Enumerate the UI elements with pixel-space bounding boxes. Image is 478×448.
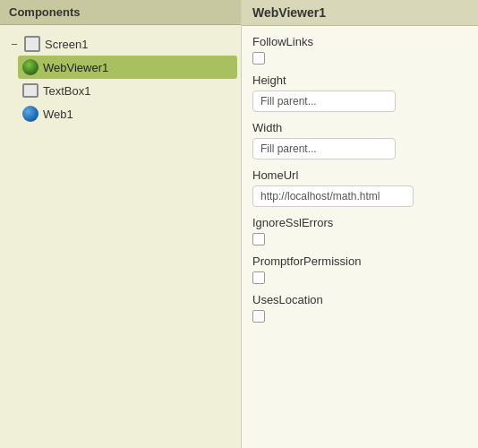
prop-width: Width [252, 121, 467, 159]
web-icon [21, 105, 39, 123]
components-panel-header: Components [0, 0, 241, 25]
webviewer1-label: WebViewer1 [43, 61, 108, 74]
promptforpermission-label: PromptforPermission [252, 254, 467, 268]
useslocation-checkbox[interactable] [252, 310, 265, 323]
followlinks-label: FollowLinks [252, 35, 467, 48]
collapse-icon[interactable]: − [7, 37, 21, 51]
prop-useslocation: UsesLocation [252, 293, 467, 323]
properties-list: FollowLinks Height Width HomeUrl IgnoreS… [242, 26, 478, 340]
web1-label: Web1 [43, 108, 73, 121]
followlinks-row [252, 52, 467, 65]
promptforpermission-checkbox[interactable] [252, 271, 265, 284]
width-input[interactable] [252, 138, 396, 159]
screen-icon [23, 35, 41, 53]
homeurl-label: HomeUrl [252, 168, 467, 182]
tree-item-web1[interactable]: Web1 [18, 102, 237, 125]
textbox1-label: TextBox1 [43, 84, 90, 98]
height-input[interactable] [252, 90, 396, 112]
properties-panel-title: WebViewer1 [252, 5, 326, 20]
homeurl-input[interactable] [252, 185, 414, 207]
ignoresslerrors-row [252, 233, 467, 246]
ignoresslerrors-label: IgnoreSslErrors [252, 216, 467, 229]
prop-followlinks: FollowLinks [252, 35, 467, 65]
components-panel: Components − Screen1 WebViewer1 TextBox1 [0, 0, 242, 448]
followlinks-checkbox[interactable] [252, 52, 265, 65]
useslocation-row [252, 310, 467, 323]
tree-item-screen1[interactable]: − Screen1 [4, 32, 237, 56]
properties-panel: WebViewer1 FollowLinks Height Width Home… [242, 0, 478, 448]
tree-item-webviewer1[interactable]: WebViewer1 [18, 56, 237, 79]
width-label: Width [252, 121, 467, 134]
tree-item-textbox1[interactable]: TextBox1 [18, 79, 237, 102]
prop-ignoresslerrors: IgnoreSslErrors [252, 216, 467, 246]
promptforpermission-row [252, 271, 467, 284]
components-panel-title: Components [9, 5, 80, 19]
ignoresslerrors-checkbox[interactable] [252, 233, 265, 246]
height-label: Height [252, 73, 467, 87]
component-tree: − Screen1 WebViewer1 TextBox1 Web1 [0, 25, 241, 133]
prop-homeurl: HomeUrl [252, 168, 467, 207]
textbox-icon [21, 82, 39, 99]
screen1-label: Screen1 [45, 38, 88, 51]
prop-height: Height [252, 73, 467, 112]
prop-promptforpermission: PromptforPermission [252, 254, 467, 284]
webviewer-icon [21, 58, 39, 76]
useslocation-label: UsesLocation [252, 293, 467, 306]
properties-panel-header: WebViewer1 [242, 0, 478, 26]
